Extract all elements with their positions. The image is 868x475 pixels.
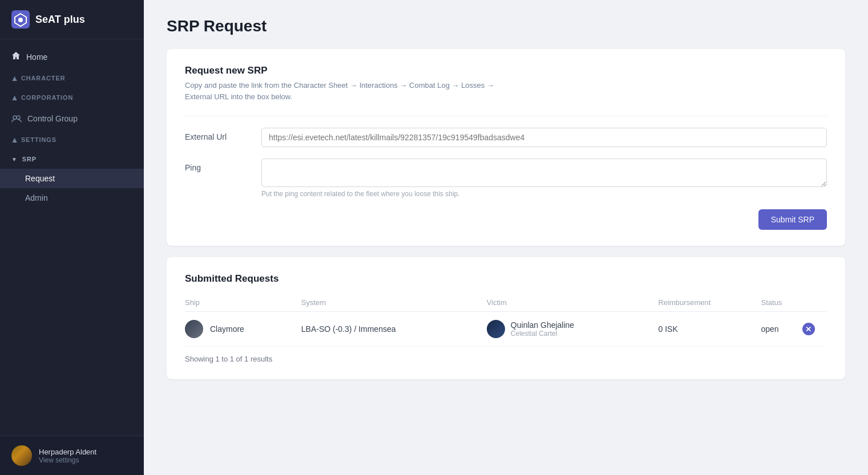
remove-row-button[interactable]: ✕	[802, 323, 815, 335]
sidebar-item-srp-admin[interactable]: Admin	[0, 188, 144, 208]
new-srp-title: Request new SRP	[185, 65, 827, 76]
ping-help: Put the ping content related to the flee…	[261, 190, 827, 198]
submitted-requests-title: Submitted Requests	[185, 273, 827, 285]
ship-cell: Claymore	[185, 312, 301, 347]
victim-cell: Quinlan Ghejaline Celestial Cartel	[487, 312, 659, 347]
user-settings-link[interactable]: View settings	[39, 456, 96, 464]
sidebar-item-corporation[interactable]: ▶ CORPORATION	[0, 88, 144, 107]
victim-avatar	[487, 320, 505, 338]
user-name: Herpaderp Aldent	[39, 448, 96, 456]
col-status: Status	[761, 294, 802, 312]
submit-srp-button[interactable]: Submit SRP	[758, 209, 827, 230]
action-cell: ✕	[802, 312, 827, 347]
col-reimbursement: Reimbursement	[659, 294, 761, 312]
victim-name: Quinlan Ghejaline	[511, 320, 574, 330]
chevron-down-icon: ▼	[11, 156, 18, 163]
chevron-right-icon3: ▶	[11, 137, 17, 143]
svg-point-3	[13, 116, 17, 119]
new-srp-card: Request new SRP Copy and paste the link …	[167, 49, 845, 246]
sidebar-item-character[interactable]: ▶ CHARACTER	[0, 68, 144, 88]
sidebar-item-control-group[interactable]: Control Group	[0, 107, 144, 130]
victim-corp: Celestial Cartel	[511, 330, 574, 338]
ping-field-wrap: Put the ping content related to the flee…	[261, 159, 827, 198]
chevron-right-icon: ▶	[11, 76, 17, 81]
chevron-right-icon2: ▶	[11, 95, 17, 100]
external-url-input[interactable]	[261, 128, 827, 147]
ping-label: Ping	[185, 159, 248, 172]
app-logo[interactable]: SeAT plus	[0, 0, 144, 39]
ship-avatar	[185, 320, 203, 338]
results-count: Showing 1 to 1 of 1 results	[185, 355, 827, 363]
new-srp-desc: Copy and paste the link from the Charact…	[185, 80, 827, 102]
avatar	[11, 445, 32, 466]
corporation-label: CORPORATION	[21, 94, 73, 101]
ping-row: Ping Put the ping content related to the…	[185, 159, 827, 198]
submitted-requests-card: Submitted Requests Ship System Victim Re…	[167, 257, 845, 379]
sidebar-item-srp-request[interactable]: Request	[0, 169, 144, 188]
ship-name: Claymore	[210, 324, 244, 334]
system-cell: LBA-SO (-0.3) / Immensea	[301, 312, 487, 347]
main-content: SRP Request Request new SRP Copy and pas…	[144, 0, 868, 475]
app-name: SeAT plus	[35, 14, 85, 26]
external-url-row: External Url	[185, 128, 827, 147]
table-row: Claymore LBA-SO (-0.3) / Immensea Quinla…	[185, 312, 827, 347]
sidebar-item-srp[interactable]: ▼ SRP	[0, 149, 144, 169]
submit-row: Submit SRP	[185, 209, 827, 230]
control-group-icon	[11, 113, 22, 124]
home-icon	[11, 51, 21, 62]
col-victim: Victim	[487, 294, 659, 312]
sidebar-item-home[interactable]: Home	[0, 45, 144, 68]
svg-point-2	[18, 18, 23, 22]
requests-table: Ship System Victim Reimbursement Status …	[185, 294, 827, 347]
srp-admin-label: Admin	[25, 193, 48, 202]
control-group-label: Control Group	[27, 114, 78, 123]
srp-label: SRP	[22, 156, 37, 163]
sidebar-item-settings[interactable]: ▶ SETTINGS	[0, 130, 144, 149]
logo-icon	[11, 10, 30, 29]
page-title: SRP Request	[167, 17, 845, 35]
svg-point-4	[17, 116, 20, 119]
home-label: Home	[26, 52, 47, 62]
col-actions	[802, 294, 827, 312]
external-url-label: External Url	[185, 128, 248, 141]
ping-textarea[interactable]	[261, 159, 827, 187]
user-footer: Herpaderp Aldent View settings	[0, 436, 144, 475]
reimbursement-cell: 0 ISK	[659, 312, 761, 347]
srp-request-label: Request	[25, 174, 55, 183]
user-info: Herpaderp Aldent View settings	[39, 448, 96, 464]
sidebar: SeAT plus Home ▶ CHARACTER ▶ CORPORATION	[0, 0, 144, 475]
col-ship: Ship	[185, 294, 301, 312]
settings-label: SETTINGS	[21, 136, 56, 143]
col-system: System	[301, 294, 487, 312]
status-cell: open	[761, 312, 802, 347]
sidebar-nav: Home ▶ CHARACTER ▶ CORPORATION Control G…	[0, 39, 144, 436]
character-label: CHARACTER	[21, 75, 66, 82]
